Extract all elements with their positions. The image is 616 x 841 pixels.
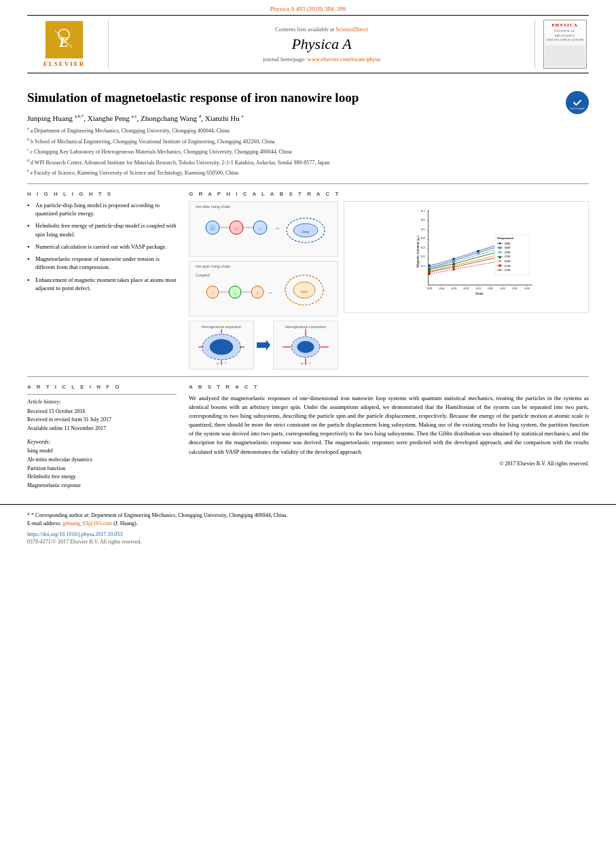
svg-text:↑: ↑ [211,291,214,296]
keyword-5: Magnetoelastic response [27,482,177,490]
svg-text:298K: 298K [505,241,511,245]
svg-text:-0.04: -0.04 [439,287,444,290]
journal-title: Physica A [291,35,351,53]
svg-text:Homogeneous contraction: Homogeneous contraction [285,324,326,328]
ga-diagram-middle: Ion-spin Ising chain ↑ ↓ ↑ [189,261,338,317]
svg-text:loop: loop [302,230,310,234]
svg-text:spin: spin [301,289,308,293]
svg-text:9.2: 9.2 [421,255,425,258]
journal-homepage: journal homepage: www.elsevier.com/locat… [263,56,380,62]
svg-text:→: → [274,224,280,232]
highlight-item-4: Magnetoelastic response of nanowire unde… [27,255,177,272]
keywords-label: Keywords: [27,439,177,445]
journal-thumbnail: PHYSICA STATISTICAL MECHANICSAND ITS APP… [535,20,589,69]
check-icon: Check for updates [570,95,585,110]
section-divider-2 [27,376,589,377]
thumbnail-box: PHYSICA STATISTICAL MECHANICSAND ITS APP… [543,20,587,69]
graphical-abstract-content: Ion-disp Ising chain ↑↓ ↑↓ ↑↓ [189,201,589,370]
graphical-abstract-title: G R A P H I C A L A B S T R A C T [189,191,589,197]
svg-text:0.02: 0.02 [512,287,517,290]
article-info-content: Article history: Received 15 October 201… [27,399,177,433]
citation-bar: Physica A 493 (2018) 384–399 [0,0,616,15]
svg-text:-0.02: -0.02 [463,287,469,290]
svg-text:Homogeneous expansion: Homogeneous expansion [202,324,242,328]
email-link[interactable]: jphuang_63@163.com [62,520,112,526]
svg-text:323K: 323K [505,251,511,254]
abstract-column: A B S T R A C T We analyzed the magnetoe… [189,384,589,490]
chart-svg: 9.7 9.6 9.5 9.4 9.3 9.2 9.1 [363,207,584,299]
ga-chart: 9.7 9.6 9.5 9.4 9.3 9.2 9.1 [344,201,589,313]
keyword-1: Ising model [27,447,177,456]
ga-diagrams: Ion-disp Ising chain ↑↓ ↑↓ ↑↓ [189,201,338,370]
highlights-column: H I G H L I G H T S An particle-disp Isi… [27,191,177,370]
keyword-2: Ab-initio molecular dynamics [27,456,177,465]
svg-text:9.3: 9.3 [421,246,425,249]
ga-arrow-right [257,321,270,370]
ga-expansion-diagram: Homogeneous expansion μ₀ = −1 [189,321,254,370]
svg-rect-125 [499,264,501,266]
svg-point-106 [452,268,454,270]
page: Physica A 493 (2018) 384–399 E ELSEVIER … [0,0,616,841]
svg-point-128 [499,269,501,270]
elsevier-logo-block: E ELSEVIER [27,20,109,69]
svg-text:9.5: 9.5 [421,228,425,231]
svg-text:Ion-spin Ising chain: Ion-spin Ising chain [196,264,231,268]
svg-text:Check for updates: Check for updates [570,107,585,110]
svg-text:373K: 373K [505,255,511,258]
doi-anchor[interactable]: https://doi.org/10.1016/j.physa.2017.10.… [27,531,122,537]
highlight-item-1: An particle-disp Ising model is proposed… [27,201,177,218]
svg-text:Coupled: Coupled [196,273,210,277]
abstract-text: We analyzed the magnetoelastic responses… [189,394,589,457]
svg-text:Temperature: Temperature [497,236,514,240]
svg-point-45 [297,341,314,353]
svg-text:0.00: 0.00 [488,287,492,290]
info-abstract-section: A R T I C L E I N F O Article history: R… [27,384,589,490]
check-for-updates-badge: Check for updates [566,91,589,114]
revised-date: Received in revised form 31 July 2017 [27,416,177,425]
svg-point-122 [499,260,501,262]
journal-center: Contents lists available at ScienceDirec… [109,20,535,69]
contraction-svg: Homogeneous contraction μ₀ = −1 [274,321,338,369]
svg-point-36 [210,339,233,355]
svg-text:9.1: 9.1 [421,264,425,268]
ga-contraction-diagram: Homogeneous contraction μ₀ = −1 [273,321,338,370]
journal-header: E ELSEVIER Contents lists available at S… [27,15,589,73]
corresponding-author: * * Corresponding author at: Department … [27,512,589,529]
svg-rect-104 [452,266,454,268]
svg-text:9.6: 9.6 [421,218,425,221]
svg-text:0.01: 0.01 [500,287,505,290]
svg-point-89 [477,250,479,252]
ga-diagram-top: Ion-disp Ising chain ↑↓ ↑↓ ↑↓ [189,201,338,257]
highlights-title: H I G H L I G H T S [27,191,177,197]
svg-text:573K: 573K [505,268,511,272]
elsevier-logo-svg: E [46,21,83,58]
svg-text:0.03: 0.03 [524,287,529,290]
highlights-ga-section: H I G H L I G H T S An particle-disp Isi… [27,191,589,370]
doi-link: https://doi.org/10.1016/j.physa.2017.10.… [27,531,589,537]
elsevier-symbol: E [46,21,83,58]
svg-text:μ₀ = −1: μ₀ = −1 [301,361,311,365]
svg-text:Ion-disp Ising chain: Ion-disp Ising chain [196,204,231,209]
svg-text:473K: 473K [505,264,511,267]
rights-text: 0378-4371/© 2017 Elsevier B.V. All right… [27,539,589,545]
svg-text:↑↓: ↑↓ [234,226,239,232]
svg-text:-0.03: -0.03 [451,287,456,290]
section-divider-1 [27,183,589,184]
expansion-svg: Homogeneous expansion μ₀ = −1 [189,321,253,369]
svg-text:304K: 304K [505,246,511,249]
highlights-list: An particle-disp Ising model is proposed… [27,201,177,293]
svg-text:μ₀ = −1: μ₀ = −1 [217,361,227,365]
article-info-column: A R T I C L E I N F O Article history: R… [27,384,177,490]
journal-url[interactable]: www.elsevier.com/locate/physa [308,56,381,62]
keyword-3: Partition function [27,465,177,473]
svg-text:-0.05: -0.05 [427,287,432,290]
title-section: Check for updates Simulation of magnetoe… [27,90,589,107]
svg-point-87 [428,264,430,266]
available-date: Available online 11 November 2017 [27,425,177,433]
highlight-item-2: Helmholtz free energy of particle-disp m… [27,221,177,238]
contents-line: Contents lists available at ScienceDirec… [275,26,368,33]
highlight-item-3: Numerical calculation is carried out wit… [27,243,177,251]
svg-rect-107 [495,235,530,275]
abstract-title: A B S T R A C T [189,384,589,390]
sciencedirect-link[interactable]: ScienceDirect [336,26,368,33]
